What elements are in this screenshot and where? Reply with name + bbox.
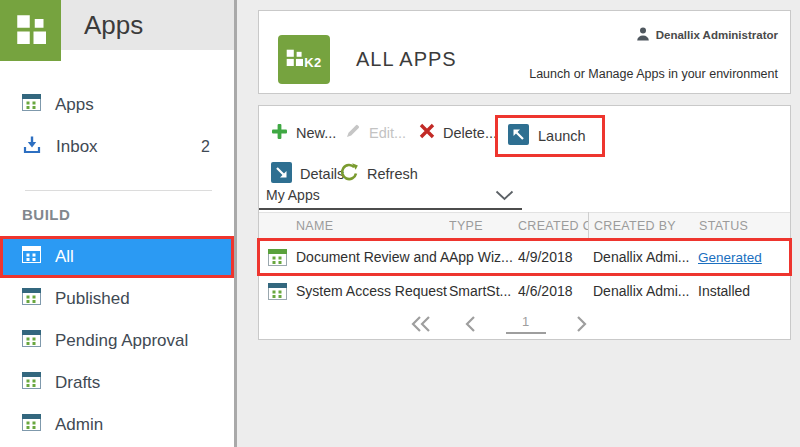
delete-button[interactable]: Delete...: [419, 123, 497, 142]
sidebar-item-pending-approval[interactable]: Pending Approval: [0, 320, 234, 362]
delete-button-label: Delete...: [443, 125, 497, 141]
app-window-icon: [22, 414, 41, 436]
cell-created-on: 4/6/2018: [518, 283, 588, 299]
edit-button-label: Edit...: [369, 125, 406, 141]
user-info[interactable]: Denallix Administrator: [636, 27, 778, 43]
table-header-row: NAME TYPE CREATED ON CREATED BY STATUS: [259, 212, 790, 240]
app-logo-tile[interactable]: [0, 0, 61, 61]
chevron-down-icon: [495, 190, 522, 201]
cell-created-by: Denallix Admi...: [593, 283, 698, 299]
new-button[interactable]: New...: [271, 123, 336, 143]
first-page-button[interactable]: [410, 315, 434, 333]
sidebar-section-build: BUILD: [0, 203, 234, 227]
apps-filter-value: My Apps: [259, 187, 495, 203]
arrow-up-left-icon: [508, 124, 529, 148]
sidebar-item-published[interactable]: Published: [0, 278, 234, 320]
sidebar-item-label: Apps: [55, 95, 220, 115]
x-icon: [419, 123, 435, 142]
refresh-button-label: Refresh: [367, 166, 418, 182]
sidebar-nav: Apps Inbox 2 BUILD: [0, 61, 234, 446]
sidebar-item-apps[interactable]: Apps: [0, 84, 234, 126]
k2-logo-text: K2: [304, 55, 322, 70]
next-page-button[interactable]: [574, 315, 590, 333]
page-header-card: K2 ALL APPS Denallix Administrator Launc…: [258, 10, 791, 94]
table-row-system-access[interactable]: System Access Request SmartSt... 4/6/201…: [259, 274, 790, 308]
edit-button[interactable]: Edit...: [345, 123, 406, 142]
app-window-icon: [22, 94, 41, 116]
table-header-type[interactable]: TYPE: [449, 219, 518, 233]
app-window-icon: [22, 246, 41, 268]
sidebar: Apps Apps: [0, 0, 234, 447]
cell-name: System Access Request: [296, 283, 449, 299]
page-title: ALL APPS: [356, 48, 457, 71]
cell-status: Installed: [698, 283, 790, 299]
grid-squares-icon: [16, 14, 46, 48]
app-window-icon: [259, 283, 296, 300]
apps-filter-dropdown[interactable]: My Apps: [259, 182, 522, 210]
table-row-document-review[interactable]: Document Review and A... App Wiz... 4/9/…: [259, 240, 790, 274]
inbox-download-icon: [22, 135, 42, 159]
app-window-icon: [22, 372, 41, 394]
cell-type: App Wiz...: [449, 249, 518, 265]
inbox-count-badge: 2: [201, 138, 220, 156]
launch-button-label: Launch: [538, 128, 586, 144]
pencil-icon: [345, 123, 361, 142]
person-icon: [636, 27, 650, 43]
status-link-generated[interactable]: Generated: [698, 250, 790, 265]
previous-page-button[interactable]: [462, 315, 478, 333]
launch-button[interactable]: Launch: [495, 115, 605, 157]
sidebar-item-label: All: [55, 247, 217, 267]
k2-logo: K2: [278, 35, 330, 84]
page-subtitle: Launch or Manage Apps in your environmen…: [529, 67, 778, 81]
table-body: Document Review and A... App Wiz... 4/9/…: [259, 240, 790, 308]
sidebar-item-admin[interactable]: Admin: [0, 404, 234, 446]
cell-name: Document Review and A...: [296, 249, 449, 265]
app-window-icon: [22, 330, 41, 352]
plus-icon: [271, 123, 288, 143]
sidebar-item-inbox[interactable]: Inbox 2: [0, 126, 234, 168]
user-name: Denallix Administrator: [656, 29, 778, 41]
sidebar-item-label: Published: [55, 289, 220, 309]
cell-created-by: Denallix Admi...: [593, 249, 698, 265]
current-page-number[interactable]: 1: [506, 314, 546, 334]
sidebar-item-label: Pending Approval: [55, 331, 220, 351]
table-header-created-on[interactable]: CREATED ON: [518, 212, 589, 240]
app-window-icon: [259, 249, 296, 266]
sidebar-item-label: Drafts: [55, 373, 220, 393]
table-header-status[interactable]: STATUS: [699, 219, 790, 233]
pagination: 1: [259, 308, 790, 340]
grid-squares-icon: [286, 49, 303, 70]
sidebar-title: Apps: [61, 10, 143, 41]
sidebar-item-label: Inbox: [56, 137, 187, 157]
apps-panel-card: New... Edit... Delete... Launch: [258, 105, 791, 340]
table-header-name[interactable]: NAME: [296, 219, 449, 233]
cell-created-on: 4/9/2018: [518, 249, 588, 265]
new-button-label: New...: [296, 125, 336, 141]
sidebar-item-drafts[interactable]: Drafts: [0, 362, 234, 404]
sidebar-item-all[interactable]: All: [0, 236, 234, 278]
sidebar-scrollbar[interactable]: [234, 0, 237, 447]
cell-type: SmartSt...: [449, 283, 518, 299]
sidebar-title-bar: Apps: [61, 0, 234, 50]
table-header-created-by[interactable]: CREATED BY: [594, 219, 699, 233]
sidebar-item-label: Admin: [55, 415, 220, 435]
app-window-icon: [22, 288, 41, 310]
sidebar-divider: [25, 190, 212, 191]
details-button-label: Details: [300, 166, 344, 182]
